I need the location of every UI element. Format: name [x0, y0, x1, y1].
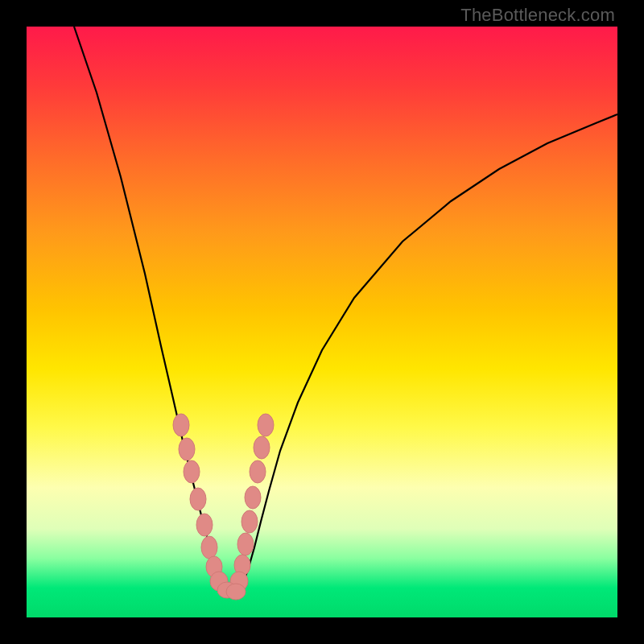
attribution-label: TheBottleneck.com — [460, 5, 615, 26]
chart-frame: TheBottleneck.com — [0, 0, 644, 644]
gradient-plot-area — [27, 27, 617, 617]
